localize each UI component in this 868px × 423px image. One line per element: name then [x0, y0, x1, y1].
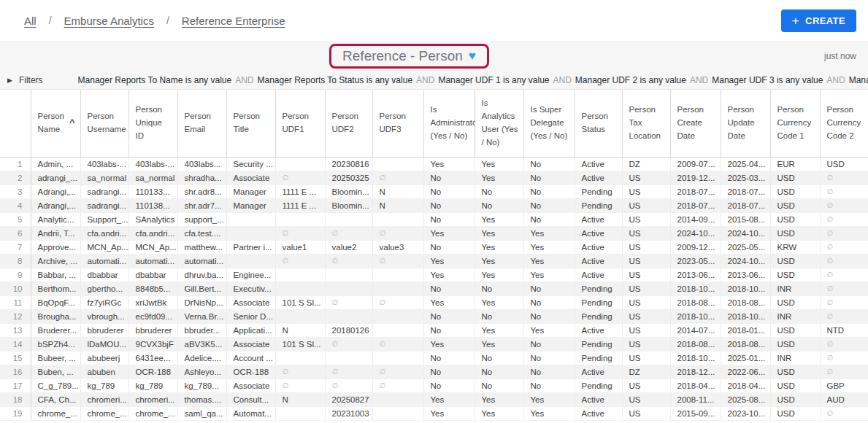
table-cell[interactable]: Adelice....	[177, 351, 226, 365]
table-cell[interactable]: Ashleyo...	[177, 365, 226, 379]
table-cell[interactable]: 403labs-...	[80, 157, 128, 171]
table-cell[interactable]: 1111 E ...	[275, 185, 325, 198]
table-cell[interactable]: gbertho...	[80, 282, 128, 295]
table-cell[interactable]: 6431ee...	[128, 351, 177, 365]
table-cell[interactable]: No	[523, 185, 575, 198]
table-cell[interactable]: Bloomin...	[325, 185, 372, 198]
table-cell[interactable]: sa_normal	[128, 171, 177, 185]
table-cell[interactable]: MCN_Ap...	[80, 240, 128, 254]
filter-condition[interactable]: Manager UDF 2 is any value	[575, 75, 686, 85]
filter-condition[interactable]: Manager Reports To Name is any value	[78, 75, 232, 85]
table-cell[interactable]: 9CVX3bjF	[128, 337, 177, 351]
table-cell[interactable]: 2013-06...	[721, 268, 770, 282]
table-cell[interactable]: USD	[770, 254, 820, 268]
column-header[interactable]: Person Create Date	[670, 90, 721, 157]
table-cell[interactable]: Active	[575, 323, 622, 337]
table-cell[interactable]: Yes	[475, 406, 523, 420]
table-cell[interactable]: No	[423, 171, 475, 185]
table-cell[interactable]: 110138...	[128, 198, 177, 212]
table-cell[interactable]: 20231003	[325, 406, 372, 420]
table-cell[interactable]: Admin, ...	[31, 157, 80, 171]
table-cell[interactable]: USD	[770, 185, 820, 198]
table-cell[interactable]: 2015-08...	[721, 212, 770, 226]
table-cell[interactable]: Pending	[575, 282, 622, 295]
table-cell[interactable]: Pending	[575, 185, 622, 198]
table-cell[interactable]: USD	[770, 337, 820, 351]
table-cell[interactable]: Active	[575, 171, 622, 185]
table-cell[interactable]: 2015-09...	[670, 406, 721, 420]
table-cell[interactable]: Gill.Bert...	[177, 282, 226, 295]
table-cell[interactable]: Applicati...	[226, 323, 275, 337]
table-cell[interactable]: Yes	[423, 254, 475, 268]
table-cell[interactable]: USD	[770, 198, 820, 212]
column-header[interactable]: Person UDF3	[372, 90, 423, 157]
table-cell[interactable]: Consult...	[226, 392, 275, 406]
table-cell[interactable]: value1	[275, 240, 325, 254]
table-cell[interactable]: No	[423, 212, 475, 226]
table-cell[interactable]: 101 S Sl...	[275, 337, 325, 351]
table-cell[interactable]: INR	[770, 282, 820, 295]
table-cell[interactable]: N	[275, 323, 325, 337]
table-cell[interactable]: No	[523, 295, 575, 309]
breadcrumb-emburse-analytics[interactable]: Emburse Analytics	[64, 15, 154, 27]
table-cell[interactable]: dbabbar	[128, 268, 177, 282]
table-cell[interactable]: 2018-10...	[670, 309, 721, 323]
table-cell[interactable]: 2025-01...	[721, 351, 770, 365]
table-cell[interactable]: sa_normal	[80, 171, 128, 185]
table-cell[interactable]: Active	[575, 268, 622, 282]
filter-condition[interactable]: Manager UDF 3 is any value	[712, 75, 823, 85]
table-cell[interactable]: GBP	[820, 379, 868, 392]
table-cell[interactable]: Active	[575, 157, 622, 171]
table-cell[interactable]: US	[622, 268, 670, 282]
column-header[interactable]: Person Title	[226, 90, 275, 157]
table-cell[interactable]: Yes	[475, 254, 523, 268]
table-cell[interactable]: USD	[770, 392, 820, 406]
table-cell[interactable]: Yes	[475, 323, 523, 337]
table-cell[interactable]: 20180126	[325, 323, 372, 337]
table-cell[interactable]: 2024-10...	[670, 226, 721, 240]
table-cell[interactable]: AUD	[820, 392, 868, 406]
table-cell[interactable]: Archive, ...	[31, 254, 80, 268]
table-cell[interactable]: Pending	[575, 379, 622, 392]
table-cell[interactable]: 8848b5...	[128, 282, 177, 295]
table-cell[interactable]: saml_qa...	[177, 406, 226, 420]
table-cell[interactable]: cfa.test....	[177, 226, 226, 240]
table-cell[interactable]: No	[423, 198, 475, 212]
table-cell[interactable]: Bubeer, ...	[31, 351, 80, 365]
table-cell[interactable]: No	[475, 198, 523, 212]
table-cell[interactable]: 2018-08...	[670, 337, 721, 351]
table-cell[interactable]: Yes	[523, 268, 575, 282]
table-cell[interactable]: Yes	[423, 337, 475, 351]
table-cell[interactable]: USD	[770, 212, 820, 226]
table-cell[interactable]: Associate	[226, 337, 275, 351]
table-cell[interactable]: INR	[770, 351, 820, 365]
table-cell[interactable]: cfa.andri...	[128, 226, 177, 240]
table-cell[interactable]: No	[423, 240, 475, 254]
table-cell[interactable]: sadrangi...	[80, 185, 128, 198]
table-cell[interactable]: Yes	[523, 240, 575, 254]
table-cell[interactable]: BqOpqF...	[31, 295, 80, 309]
table-cell[interactable]: Yes	[423, 392, 475, 406]
filter-condition[interactable]: Manager Reports To Customer Uni.	[849, 75, 868, 85]
table-cell[interactable]: USD	[770, 171, 820, 185]
table-cell[interactable]: bbruder...	[177, 323, 226, 337]
table-cell[interactable]: kg_789	[128, 379, 177, 392]
table-cell[interactable]: Berthom...	[31, 282, 80, 295]
table-cell[interactable]: US	[622, 185, 670, 198]
table-cell[interactable]: Pending	[575, 351, 622, 365]
table-cell[interactable]: US	[622, 351, 670, 365]
table-cell[interactable]: US	[622, 212, 670, 226]
table-cell[interactable]: 403labs-...	[128, 157, 177, 171]
table-cell[interactable]: Partner i...	[226, 240, 275, 254]
breadcrumb-all[interactable]: All	[24, 15, 37, 27]
table-cell[interactable]: kg_789	[80, 379, 128, 392]
table-cell[interactable]: Yes	[475, 171, 523, 185]
table-cell[interactable]: No	[423, 185, 475, 198]
column-header[interactable]: Person Email	[177, 90, 226, 157]
table-cell[interactable]: Yes	[475, 226, 523, 240]
table-cell[interactable]: dbabbar	[80, 268, 128, 282]
table-cell[interactable]: Yes	[475, 392, 523, 406]
table-cell[interactable]: ec9fd09...	[128, 309, 177, 323]
table-cell[interactable]: Associate	[226, 295, 275, 309]
table-cell[interactable]: Yes	[475, 240, 523, 254]
